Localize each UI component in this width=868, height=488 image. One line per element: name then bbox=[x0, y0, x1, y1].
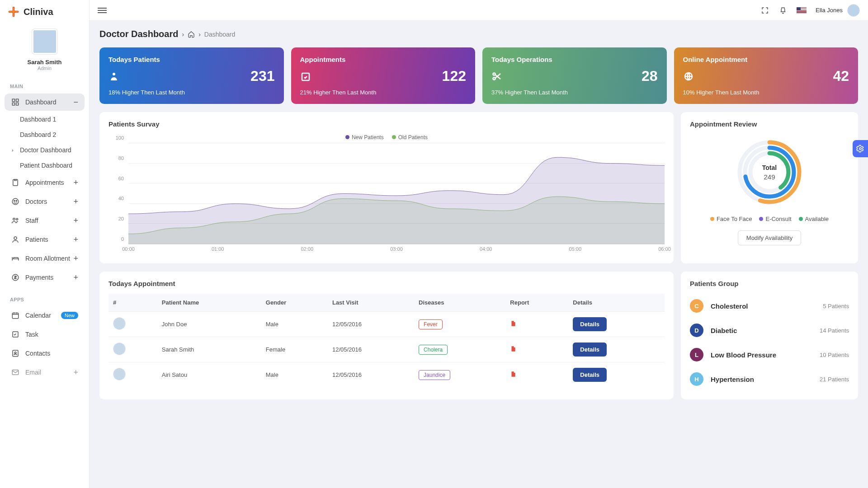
nav-calendar[interactable]: Calendar New bbox=[5, 307, 85, 324]
survey-chart: 020406080100 00:0001:0002:0003:0004:0005… bbox=[108, 143, 665, 255]
patient-avatar bbox=[113, 343, 126, 355]
disease-pill: Cholera bbox=[419, 345, 448, 355]
svg-point-6 bbox=[14, 200, 15, 201]
plus-icon: + bbox=[73, 254, 78, 263]
svg-point-9 bbox=[16, 218, 18, 220]
pdf-icon[interactable] bbox=[510, 347, 516, 354]
brand-name: Cliniva bbox=[24, 7, 53, 17]
profile-role: Admin bbox=[38, 66, 52, 71]
nav-doctor-dashboard[interactable]: ›Doctor Dashboard bbox=[0, 142, 89, 158]
profile-avatar[interactable] bbox=[32, 29, 57, 54]
svg-point-28 bbox=[859, 148, 862, 150]
collapse-icon: − bbox=[73, 98, 78, 106]
pdf-icon[interactable] bbox=[510, 322, 516, 328]
table-row: John DoeMale12/05/2016FeverDetails bbox=[108, 312, 665, 337]
svg-point-8 bbox=[13, 218, 15, 221]
brand[interactable]: Cliniva bbox=[0, 0, 89, 23]
chevron-right-icon: › bbox=[12, 147, 18, 153]
patients-survey-panel: Patients Survay New Patients Old Patient… bbox=[99, 112, 674, 263]
flag-icon[interactable] bbox=[797, 7, 807, 14]
calendar-check-icon bbox=[300, 71, 311, 82]
nav-email[interactable]: Email + bbox=[5, 364, 85, 381]
svg-point-17 bbox=[113, 73, 115, 75]
topbar-username[interactable]: Ella Jones bbox=[816, 7, 843, 14]
nav-task[interactable]: Task bbox=[5, 326, 85, 343]
group-row[interactable]: DDiabetic14 Patients bbox=[690, 318, 849, 343]
svg-point-10 bbox=[14, 237, 17, 239]
nav-room[interactable]: Room Allotment + bbox=[5, 250, 85, 267]
nav-dashboard[interactable]: Dashboard − bbox=[5, 94, 85, 111]
appointment-review-panel: Appointment Review Total 249 Face To Fac… bbox=[681, 112, 858, 263]
settings-fab[interactable] bbox=[853, 140, 868, 157]
details-button[interactable]: Details bbox=[573, 317, 607, 331]
plus-icon: + bbox=[73, 197, 78, 206]
details-button[interactable]: Details bbox=[573, 343, 607, 357]
bed-icon bbox=[11, 254, 20, 263]
svg-point-15 bbox=[14, 352, 16, 354]
patient-avatar bbox=[113, 368, 126, 380]
scissors-icon bbox=[491, 71, 502, 82]
page-title: Doctor Dashboard bbox=[99, 29, 178, 39]
nav-doctors[interactable]: Doctors + bbox=[5, 193, 85, 210]
nav-contacts[interactable]: Contacts bbox=[5, 345, 85, 362]
chevron-right-icon: › bbox=[182, 31, 184, 38]
stat-card-patients: Todays Patients 231 18% Higher Then Last… bbox=[99, 47, 284, 104]
chevron-right-icon: › bbox=[198, 31, 201, 38]
menu-toggle[interactable] bbox=[98, 6, 107, 14]
nav-section-apps: APPS bbox=[0, 287, 89, 306]
stethoscope-icon bbox=[11, 197, 20, 206]
modify-availability-button[interactable]: Modify Availability bbox=[738, 230, 801, 245]
plus-icon: + bbox=[73, 235, 78, 244]
survey-legend: New Patients Old Patients bbox=[108, 134, 665, 141]
group-row[interactable]: CCholesterol5 Patients bbox=[690, 294, 849, 318]
svg-rect-0 bbox=[12, 99, 14, 101]
patients-group-panel: Patients Group CCholesterol5 PatientsDDi… bbox=[681, 272, 858, 399]
task-icon bbox=[11, 330, 20, 338]
globe-icon bbox=[683, 71, 694, 82]
sidebar-profile: Sarah Smith Admin bbox=[0, 23, 89, 74]
svg-rect-3 bbox=[16, 103, 19, 105]
group-badge: H bbox=[690, 372, 703, 386]
disease-pill: Jaundice bbox=[419, 370, 450, 380]
nav-dashboard-2[interactable]: Dashboard 2 bbox=[0, 127, 89, 142]
nav-payments[interactable]: Payments + bbox=[5, 269, 85, 286]
svg-rect-1 bbox=[16, 99, 19, 101]
appointments-table: # Patient Name Gender Last Visit Disease… bbox=[108, 294, 665, 387]
group-badge: C bbox=[690, 299, 703, 313]
contacts-icon bbox=[11, 349, 20, 357]
group-row[interactable]: LLow Blood Pressure10 Patients bbox=[690, 343, 849, 367]
details-button[interactable]: Details bbox=[573, 368, 607, 382]
breadcrumb[interactable]: Dashboard bbox=[204, 31, 236, 38]
pdf-icon[interactable] bbox=[510, 372, 516, 379]
dollar-icon bbox=[11, 273, 20, 282]
bell-icon[interactable] bbox=[778, 6, 788, 15]
nav-label: Dashboard bbox=[25, 99, 73, 106]
sidebar: Cliniva Sarah Smith Admin MAIN Dashboard… bbox=[0, 0, 90, 488]
patient-avatar bbox=[113, 317, 126, 330]
topbar: Ella Jones bbox=[90, 0, 868, 21]
nav-patient-dashboard[interactable]: Patient Dashboard bbox=[0, 158, 89, 173]
group-badge: L bbox=[690, 348, 703, 361]
todays-appointment-panel: Todays Appointment # Patient Name Gender… bbox=[99, 272, 674, 399]
fullscreen-icon[interactable] bbox=[760, 6, 769, 15]
nav-appointments[interactable]: Appointments + bbox=[5, 174, 85, 191]
dashboard-icon bbox=[11, 98, 20, 106]
plus-icon: + bbox=[73, 273, 78, 282]
home-icon[interactable] bbox=[188, 31, 195, 38]
nav-staff[interactable]: Staff + bbox=[5, 212, 85, 229]
topbar-avatar[interactable] bbox=[847, 4, 860, 17]
nav-dashboard-1[interactable]: Dashboard 1 bbox=[0, 112, 89, 127]
page-header: Doctor Dashboard › › Dashboard bbox=[99, 29, 858, 39]
group-row[interactable]: HHypertension21 Patients bbox=[690, 367, 849, 391]
svg-rect-18 bbox=[302, 73, 309, 80]
calendar-icon bbox=[11, 311, 20, 319]
logo-icon bbox=[8, 6, 19, 17]
disease-pill: Fever bbox=[419, 319, 443, 329]
plus-icon: + bbox=[73, 368, 78, 376]
patient-icon bbox=[11, 235, 20, 244]
group-badge: D bbox=[690, 324, 703, 337]
nav-patients[interactable]: Patients + bbox=[5, 231, 85, 248]
user-md-icon bbox=[108, 71, 119, 82]
svg-point-5 bbox=[12, 198, 19, 205]
clipboard-icon bbox=[11, 178, 20, 187]
